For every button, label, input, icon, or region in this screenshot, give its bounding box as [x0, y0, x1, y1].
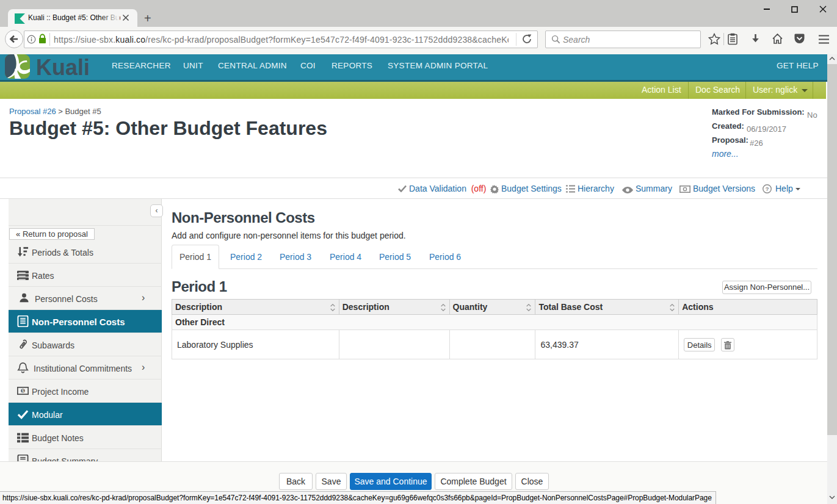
svg-text:?: ? — [766, 186, 769, 192]
svg-text:$: $ — [22, 389, 24, 394]
